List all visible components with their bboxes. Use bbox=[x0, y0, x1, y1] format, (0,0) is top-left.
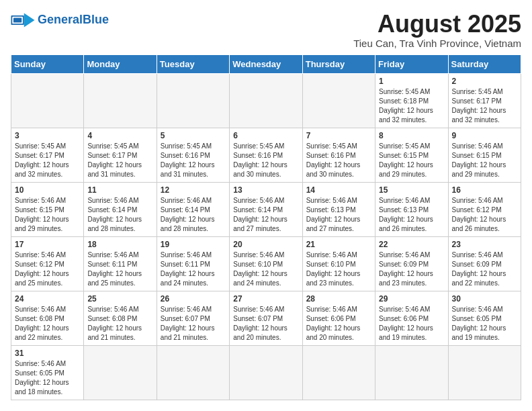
day-info: Sunrise: 5:46 AM Sunset: 6:08 PM Dayligh… bbox=[87, 305, 152, 342]
day-number: 19 bbox=[161, 240, 226, 249]
weekday-header-thursday: Thursday bbox=[302, 54, 375, 73]
calendar-cell: 13Sunrise: 5:46 AM Sunset: 6:14 PM Dayli… bbox=[230, 182, 302, 236]
day-info: Sunrise: 5:46 AM Sunset: 6:06 PM Dayligh… bbox=[306, 305, 371, 342]
day-number: 7 bbox=[306, 131, 371, 140]
calendar-cell: 8Sunrise: 5:45 AM Sunset: 6:15 PM Daylig… bbox=[375, 128, 448, 182]
calendar-cell: 23Sunrise: 5:46 AM Sunset: 6:09 PM Dayli… bbox=[448, 236, 521, 291]
calendar-cell: 9Sunrise: 5:46 AM Sunset: 6:15 PM Daylig… bbox=[448, 128, 521, 182]
day-info: Sunrise: 5:46 AM Sunset: 6:11 PM Dayligh… bbox=[87, 250, 152, 288]
day-info: Sunrise: 5:46 AM Sunset: 6:07 PM Dayligh… bbox=[233, 305, 298, 342]
day-number: 16 bbox=[452, 185, 517, 195]
calendar-cell: 4Sunrise: 5:45 AM Sunset: 6:17 PM Daylig… bbox=[84, 128, 157, 182]
day-info: Sunrise: 5:46 AM Sunset: 6:05 PM Dayligh… bbox=[452, 305, 517, 342]
day-info: Sunrise: 5:46 AM Sunset: 6:08 PM Dayligh… bbox=[15, 305, 80, 342]
logo-svg bbox=[11, 11, 35, 30]
day-number: 8 bbox=[379, 131, 444, 140]
calendar-cell: 1Sunrise: 5:45 AM Sunset: 6:18 PM Daylig… bbox=[375, 73, 448, 128]
calendar-cell: 24Sunrise: 5:46 AM Sunset: 6:08 PM Dayli… bbox=[11, 291, 84, 345]
calendar-cell bbox=[375, 345, 448, 400]
calendar-cell: 31Sunrise: 5:46 AM Sunset: 6:05 PM Dayli… bbox=[11, 345, 84, 400]
calendar-week-row: 10Sunrise: 5:46 AM Sunset: 6:15 PM Dayli… bbox=[11, 182, 521, 236]
day-number: 12 bbox=[161, 185, 226, 195]
weekday-header-sunday: Sunday bbox=[11, 54, 84, 73]
day-number: 26 bbox=[161, 294, 226, 304]
calendar-cell bbox=[84, 345, 157, 400]
calendar-cell bbox=[157, 73, 229, 128]
calendar-cell bbox=[11, 73, 84, 128]
day-info: Sunrise: 5:46 AM Sunset: 6:14 PM Dayligh… bbox=[161, 196, 226, 234]
calendar-week-row: 3Sunrise: 5:45 AM Sunset: 6:17 PM Daylig… bbox=[11, 128, 521, 182]
day-info: Sunrise: 5:46 AM Sunset: 6:12 PM Dayligh… bbox=[452, 196, 517, 234]
day-info: Sunrise: 5:45 AM Sunset: 6:16 PM Dayligh… bbox=[161, 142, 226, 179]
day-number: 4 bbox=[87, 131, 152, 140]
calendar-cell: 27Sunrise: 5:46 AM Sunset: 6:07 PM Dayli… bbox=[230, 291, 302, 345]
calendar-cell: 11Sunrise: 5:46 AM Sunset: 6:14 PM Dayli… bbox=[84, 182, 157, 236]
day-number: 15 bbox=[379, 185, 444, 195]
calendar-subtitle: Tieu Can, Tra Vinh Province, Vietnam bbox=[353, 38, 521, 49]
weekday-header-tuesday: Tuesday bbox=[157, 54, 229, 73]
day-info: Sunrise: 5:46 AM Sunset: 6:15 PM Dayligh… bbox=[15, 196, 80, 234]
day-info: Sunrise: 5:45 AM Sunset: 6:17 PM Dayligh… bbox=[87, 142, 152, 179]
weekday-header-saturday: Saturday bbox=[448, 54, 521, 73]
calendar-cell: 26Sunrise: 5:46 AM Sunset: 6:07 PM Dayli… bbox=[157, 291, 229, 345]
calendar-cell bbox=[230, 345, 302, 400]
calendar-week-row: 31Sunrise: 5:46 AM Sunset: 6:05 PM Dayli… bbox=[11, 345, 521, 400]
calendar-cell: 5Sunrise: 5:45 AM Sunset: 6:16 PM Daylig… bbox=[157, 128, 229, 182]
day-number: 25 bbox=[87, 294, 152, 304]
calendar-cell: 28Sunrise: 5:46 AM Sunset: 6:06 PM Dayli… bbox=[302, 291, 375, 345]
calendar-week-row: 24Sunrise: 5:46 AM Sunset: 6:08 PM Dayli… bbox=[11, 291, 521, 345]
svg-marker-1 bbox=[24, 13, 35, 28]
day-number: 20 bbox=[233, 240, 298, 249]
day-info: Sunrise: 5:46 AM Sunset: 6:06 PM Dayligh… bbox=[379, 305, 444, 342]
day-info: Sunrise: 5:46 AM Sunset: 6:05 PM Dayligh… bbox=[15, 359, 80, 397]
day-number: 14 bbox=[306, 185, 371, 195]
day-info: Sunrise: 5:46 AM Sunset: 6:10 PM Dayligh… bbox=[233, 250, 298, 288]
calendar-cell: 19Sunrise: 5:46 AM Sunset: 6:11 PM Dayli… bbox=[157, 236, 229, 291]
day-number: 9 bbox=[452, 131, 517, 140]
day-number: 5 bbox=[161, 131, 226, 140]
calendar-table: SundayMondayTuesdayWednesdayThursdayFrid… bbox=[11, 54, 521, 400]
calendar-cell bbox=[157, 345, 229, 400]
day-info: Sunrise: 5:46 AM Sunset: 6:09 PM Dayligh… bbox=[379, 250, 444, 288]
day-number: 10 bbox=[15, 185, 80, 195]
calendar-cell: 15Sunrise: 5:46 AM Sunset: 6:13 PM Dayli… bbox=[375, 182, 448, 236]
day-number: 24 bbox=[15, 294, 80, 304]
day-number: 27 bbox=[233, 294, 298, 304]
calendar-cell bbox=[448, 345, 521, 400]
day-number: 22 bbox=[379, 240, 444, 249]
logo: GeneralBlue bbox=[11, 11, 109, 30]
day-info: Sunrise: 5:45 AM Sunset: 6:17 PM Dayligh… bbox=[15, 142, 80, 179]
day-info: Sunrise: 5:46 AM Sunset: 6:14 PM Dayligh… bbox=[87, 196, 152, 234]
day-info: Sunrise: 5:45 AM Sunset: 6:17 PM Dayligh… bbox=[452, 87, 517, 125]
day-number: 1 bbox=[379, 77, 444, 86]
calendar-cell bbox=[84, 73, 157, 128]
calendar-cell: 18Sunrise: 5:46 AM Sunset: 6:11 PM Dayli… bbox=[84, 236, 157, 291]
calendar-cell: 12Sunrise: 5:46 AM Sunset: 6:14 PM Dayli… bbox=[157, 182, 229, 236]
calendar-cell: 10Sunrise: 5:46 AM Sunset: 6:15 PM Dayli… bbox=[11, 182, 84, 236]
day-number: 13 bbox=[233, 185, 298, 195]
calendar-cell: 3Sunrise: 5:45 AM Sunset: 6:17 PM Daylig… bbox=[11, 128, 84, 182]
calendar-week-row: 17Sunrise: 5:46 AM Sunset: 6:12 PM Dayli… bbox=[11, 236, 521, 291]
calendar-title: August 2025 bbox=[353, 11, 521, 38]
calendar-cell bbox=[302, 73, 375, 128]
day-info: Sunrise: 5:45 AM Sunset: 6:16 PM Dayligh… bbox=[306, 142, 371, 179]
calendar-cell: 22Sunrise: 5:46 AM Sunset: 6:09 PM Dayli… bbox=[375, 236, 448, 291]
day-info: Sunrise: 5:46 AM Sunset: 6:12 PM Dayligh… bbox=[15, 250, 80, 288]
day-number: 11 bbox=[87, 185, 152, 195]
day-info: Sunrise: 5:46 AM Sunset: 6:14 PM Dayligh… bbox=[233, 196, 298, 234]
calendar-cell: 30Sunrise: 5:46 AM Sunset: 6:05 PM Dayli… bbox=[448, 291, 521, 345]
calendar-cell: 25Sunrise: 5:46 AM Sunset: 6:08 PM Dayli… bbox=[84, 291, 157, 345]
day-number: 30 bbox=[452, 294, 517, 304]
day-number: 29 bbox=[379, 294, 444, 304]
weekday-header-row: SundayMondayTuesdayWednesdayThursdayFrid… bbox=[11, 54, 521, 73]
calendar-cell: 29Sunrise: 5:46 AM Sunset: 6:06 PM Dayli… bbox=[375, 291, 448, 345]
day-info: Sunrise: 5:45 AM Sunset: 6:18 PM Dayligh… bbox=[379, 87, 444, 125]
day-number: 18 bbox=[87, 240, 152, 249]
day-info: Sunrise: 5:46 AM Sunset: 6:11 PM Dayligh… bbox=[161, 250, 226, 288]
day-number: 6 bbox=[233, 131, 298, 140]
title-area: August 2025 Tieu Can, Tra Vinh Province,… bbox=[353, 11, 521, 49]
svg-rect-3 bbox=[13, 18, 21, 23]
calendar-cell bbox=[302, 345, 375, 400]
calendar-cell bbox=[230, 73, 302, 128]
weekday-header-friday: Friday bbox=[375, 54, 448, 73]
